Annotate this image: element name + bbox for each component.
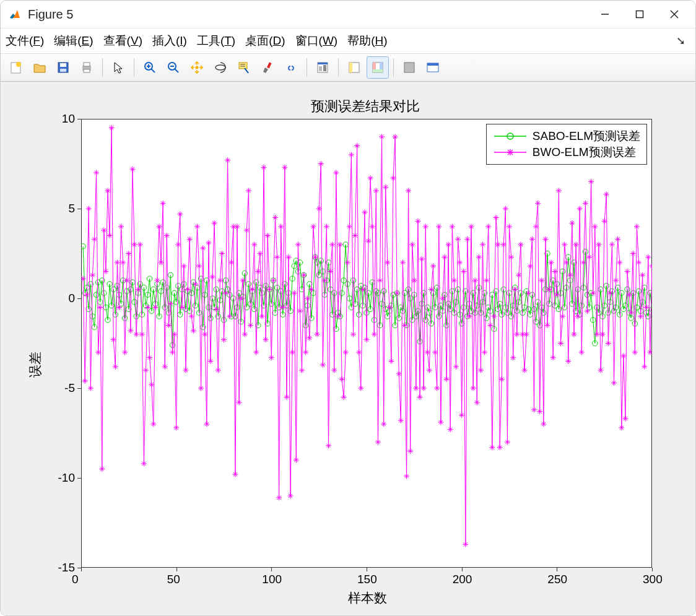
svg-rect-10	[84, 63, 90, 66]
series-SABO-ELM预测误差	[80, 242, 656, 348]
xtick-label: 50	[167, 573, 180, 586]
svg-rect-38	[427, 63, 438, 66]
svg-rect-21	[239, 63, 247, 69]
data-cursor-icon[interactable]	[233, 56, 255, 79]
toolbar-separator	[307, 58, 307, 77]
menu-help[interactable]: 帮助(H)	[347, 33, 387, 49]
menu-tools[interactable]: 工具(T)	[197, 33, 235, 49]
property-editor-icon[interactable]	[422, 56, 444, 79]
menu-insert[interactable]: 插入(I)	[152, 33, 187, 49]
ytick-label: -10	[58, 471, 75, 485]
legend-swatch	[493, 146, 528, 158]
xtick-label: 250	[547, 573, 567, 586]
new-figure-icon[interactable]	[5, 56, 27, 79]
pan-icon[interactable]	[186, 56, 208, 79]
legend-label: BWO-ELM预测误差	[533, 144, 636, 160]
save-icon[interactable]	[52, 56, 74, 79]
xtick-label: 0	[72, 573, 79, 586]
rotate3d-icon[interactable]	[209, 56, 232, 79]
chart-title: 预测误差结果对比	[311, 97, 420, 116]
axes-canvas[interactable]: 050100150200250300-15-10-50510预测误差结果对比样本…	[1, 82, 695, 615]
zoom-out-icon[interactable]	[162, 56, 185, 79]
ytick-label: -5	[64, 381, 75, 395]
x-axis-label: 样本数	[348, 589, 387, 607]
hide-plot-tools-icon[interactable]	[343, 56, 365, 79]
xtick	[652, 568, 653, 571]
svg-line-1548	[654, 315, 658, 318]
xtick	[557, 568, 557, 571]
zoom-in-icon[interactable]	[139, 56, 161, 79]
ytick-label: -15	[58, 561, 75, 575]
y-axis-label: 误差	[27, 352, 44, 378]
figure-window: Figure 5 文件(F) 编辑(E) 查看(V) 插入(I) 工具(T) 桌…	[0, 0, 696, 616]
xtick	[271, 568, 272, 571]
svg-line-1543	[652, 251, 656, 255]
window-title: Figure 5	[28, 7, 588, 22]
xtick-label: 150	[357, 573, 377, 586]
svg-point-19	[196, 66, 199, 69]
svg-rect-36	[404, 63, 414, 72]
legend[interactable]: SABO-ELM预测误差BWO-ELM预测误差	[486, 124, 647, 165]
svg-rect-7	[60, 63, 66, 67]
svg-rect-28	[319, 66, 322, 71]
titlebar: Figure 5	[1, 1, 695, 28]
ytick	[77, 388, 81, 389]
xtick-label: 200	[453, 573, 472, 586]
insert-colorbar-icon[interactable]	[311, 56, 334, 79]
svg-line-1547	[654, 315, 658, 318]
svg-point-20	[215, 65, 225, 70]
svg-rect-25	[267, 63, 271, 69]
svg-point-5	[16, 62, 21, 67]
svg-point-340	[651, 303, 656, 308]
toolbar-separator	[134, 58, 134, 77]
maximize-button[interactable]	[622, 2, 657, 27]
svg-rect-11	[84, 69, 90, 72]
series-BWO-ELM预测误差	[80, 125, 659, 547]
pointer-icon[interactable]	[107, 56, 129, 79]
legend-entry: SABO-ELM预测误差	[493, 128, 640, 144]
legend-label: SABO-ELM预测误差	[533, 128, 640, 144]
svg-rect-1	[637, 11, 643, 18]
dock-arrow-icon[interactable]: ➘	[676, 34, 685, 48]
toolbar-separator	[393, 58, 394, 77]
toolbar-separator	[338, 58, 339, 77]
xtick	[176, 568, 177, 571]
show-plot-tools-icon[interactable]	[367, 56, 389, 79]
ytick	[77, 298, 81, 299]
xtick	[462, 568, 463, 571]
svg-line-1544	[652, 251, 656, 255]
matlab-app-icon	[8, 7, 22, 21]
ytick	[77, 119, 81, 119]
print-icon[interactable]	[76, 56, 98, 79]
ytick	[77, 209, 81, 209]
xtick	[367, 568, 367, 571]
svg-line-13	[151, 69, 155, 72]
svg-rect-31	[349, 63, 352, 72]
window-controls	[588, 2, 692, 27]
legend-swatch	[493, 130, 528, 142]
menu-desktop[interactable]: 桌面(D)	[245, 33, 285, 49]
toolbar	[1, 54, 695, 82]
ytick-label: 5	[68, 202, 75, 215]
menu-file[interactable]: 文件(F)	[6, 33, 44, 49]
brush-icon[interactable]	[256, 56, 279, 79]
ytick-label: 0	[68, 292, 75, 305]
svg-rect-8	[60, 69, 66, 72]
xtick-label: 100	[262, 573, 282, 586]
legend-entry: BWO-ELM预测误差	[493, 144, 640, 160]
svg-rect-27	[318, 63, 328, 64]
close-button[interactable]	[657, 2, 692, 27]
link-icon[interactable]	[280, 56, 302, 79]
svg-line-17	[175, 69, 178, 72]
annotation-icon[interactable]	[398, 56, 420, 79]
svg-rect-29	[323, 65, 326, 71]
menu-window[interactable]: 窗口(W)	[295, 33, 338, 49]
toolbar-separator	[102, 58, 103, 77]
minimize-button[interactable]	[588, 2, 622, 27]
xtick	[81, 568, 82, 571]
ytick	[77, 478, 81, 479]
menu-edit[interactable]: 编辑(E)	[54, 33, 93, 49]
open-icon[interactable]	[28, 56, 51, 79]
menu-view[interactable]: 查看(V)	[103, 33, 142, 49]
menubar: 文件(F) 编辑(E) 查看(V) 插入(I) 工具(T) 桌面(D) 窗口(W…	[1, 28, 695, 54]
